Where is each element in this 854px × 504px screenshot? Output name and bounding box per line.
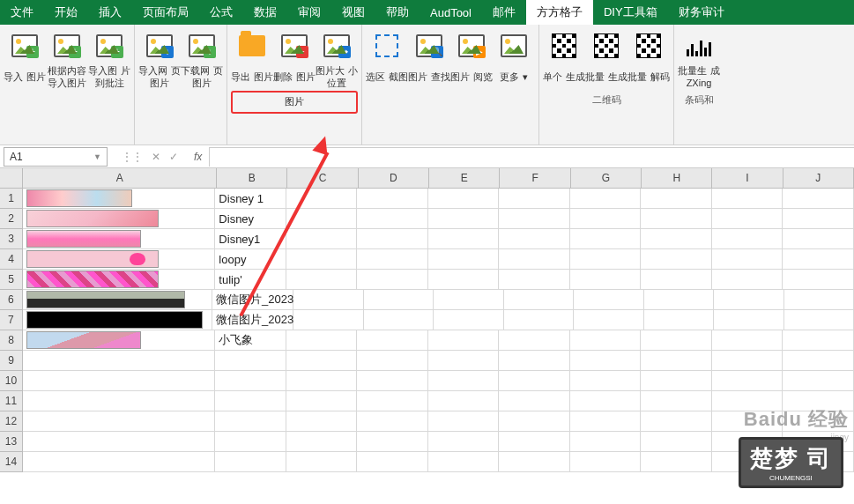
cell-H8[interactable] xyxy=(641,330,712,351)
cell-F5[interactable] xyxy=(499,270,570,290)
select-all-corner[interactable] xyxy=(0,168,23,189)
tab-插入[interactable]: 插入 xyxy=(88,0,132,25)
cell-C5[interactable] xyxy=(286,270,358,290)
cell-image[interactable] xyxy=(26,291,185,308)
ribbon-btn-图片大小位置[interactable]: ⬌图片大 小位置 xyxy=(316,28,358,91)
cell-E6[interactable] xyxy=(434,290,504,310)
cell-C14[interactable] xyxy=(286,452,358,472)
cell-C11[interactable] xyxy=(286,391,358,411)
cell-F11[interactable] xyxy=(499,391,570,411)
cell-G3[interactable] xyxy=(570,229,642,249)
cell-J9[interactable] xyxy=(783,351,854,371)
cell-B3[interactable]: Disney1 xyxy=(215,229,286,249)
cell-G12[interactable] xyxy=(570,411,642,432)
ribbon-btn-导入图片到批注[interactable]: +导入图 片到批注 xyxy=(88,28,130,91)
cell-A3[interactable] xyxy=(23,229,215,249)
cell-E7[interactable] xyxy=(434,310,504,330)
row-header-2[interactable]: 2 xyxy=(0,209,23,229)
ribbon-btn-批量生成ZXing[interactable]: 批量生 成 ZXing xyxy=(678,28,720,91)
cell-G13[interactable] xyxy=(570,432,642,452)
ribbon-btn-选区截图[interactable]: 选区 截图 xyxy=(366,28,408,91)
cell-D8[interactable] xyxy=(357,330,428,351)
cell-image[interactable] xyxy=(26,311,203,329)
chevron-down-icon[interactable]: ▼ xyxy=(93,152,101,161)
cell-H12[interactable] xyxy=(641,411,712,432)
col-header-F[interactable]: F xyxy=(500,168,570,189)
cell-image[interactable] xyxy=(26,210,159,227)
cell-D5[interactable] xyxy=(357,270,428,290)
cell-D1[interactable] xyxy=(357,189,428,209)
tab-页面布局[interactable]: 页面布局 xyxy=(132,0,199,25)
tab-帮助[interactable]: 帮助 xyxy=(375,0,420,25)
cell-B11[interactable] xyxy=(215,391,286,411)
cell-J3[interactable] xyxy=(783,229,854,249)
cell-J1[interactable] xyxy=(783,189,854,209)
cell-C2[interactable] xyxy=(286,209,358,229)
cell-A8[interactable] xyxy=(23,330,215,351)
cell-I2[interactable] xyxy=(712,209,783,229)
cell-A1[interactable] xyxy=(23,189,215,209)
cell-A9[interactable] xyxy=(23,351,215,371)
row-header-12[interactable]: 12 xyxy=(0,411,23,432)
cell-H5[interactable] xyxy=(641,270,712,290)
cell-A2[interactable] xyxy=(23,209,215,229)
cell-B10[interactable] xyxy=(215,371,286,391)
cell-C8[interactable] xyxy=(286,330,358,351)
cell-E14[interactable] xyxy=(428,452,500,472)
cell-D2[interactable] xyxy=(357,209,428,229)
tab-DIY工具箱[interactable]: DIY工具箱 xyxy=(593,0,668,25)
cell-E12[interactable] xyxy=(428,411,500,432)
cell-A14[interactable] xyxy=(23,452,215,472)
cell-B12[interactable] xyxy=(215,411,286,432)
cell-J4[interactable] xyxy=(783,249,854,270)
cell-A12[interactable] xyxy=(23,411,215,432)
cell-F2[interactable] xyxy=(499,209,570,229)
sort-icon[interactable]: ⋮⋮ xyxy=(122,151,143,163)
cell-J5[interactable] xyxy=(783,270,854,290)
cell-A13[interactable] xyxy=(23,432,215,452)
cell-E1[interactable] xyxy=(428,189,500,209)
cell-F10[interactable] xyxy=(499,371,570,391)
fx-icon[interactable]: fx xyxy=(194,151,202,163)
tab-邮件[interactable]: 邮件 xyxy=(482,0,526,25)
cell-I4[interactable] xyxy=(712,249,783,270)
col-header-G[interactable]: G xyxy=(571,168,642,189)
cell-image[interactable] xyxy=(26,331,141,349)
cell-image[interactable] xyxy=(26,189,132,207)
cell-F13[interactable] xyxy=(499,432,570,452)
cell-E3[interactable] xyxy=(428,229,500,249)
tab-公式[interactable]: 公式 xyxy=(199,0,243,25)
cell-D12[interactable] xyxy=(357,411,428,432)
col-header-J[interactable]: J xyxy=(783,168,854,189)
row-header-11[interactable]: 11 xyxy=(0,391,23,411)
cell-B6[interactable]: 微信图片_20230426200650 xyxy=(212,290,293,310)
col-header-E[interactable]: E xyxy=(429,168,500,189)
cell-F8[interactable] xyxy=(499,330,570,351)
cell-I5[interactable] xyxy=(712,270,783,290)
cell-D10[interactable] xyxy=(357,371,428,391)
cell-G4[interactable] xyxy=(570,249,642,270)
ribbon-btn-批量生成[interactable]: 批量 生成 xyxy=(585,28,628,91)
ribbon-btn-单个生成[interactable]: 单个 生成 xyxy=(543,28,585,91)
cell-B9[interactable] xyxy=(215,351,286,371)
cell-J6[interactable] xyxy=(784,290,854,310)
cell-G1[interactable] xyxy=(570,189,642,209)
cell-H2[interactable] xyxy=(641,209,712,229)
tab-方方格子[interactable]: 方方格子 xyxy=(526,0,593,25)
col-header-H[interactable]: H xyxy=(642,168,712,189)
cell-H1[interactable] xyxy=(641,189,712,209)
cell-D3[interactable] xyxy=(357,229,428,249)
cell-J7[interactable] xyxy=(784,310,854,330)
cell-G5[interactable] xyxy=(570,270,642,290)
cell-C13[interactable] xyxy=(286,432,358,452)
ribbon-btn-下载网页图片[interactable]: ↓下载网 页图片 xyxy=(181,28,223,91)
ribbon-btn-批量解码[interactable]: 批量 解码 xyxy=(628,28,670,91)
cell-J2[interactable] xyxy=(783,209,854,229)
name-box[interactable]: A1 ▼ xyxy=(4,147,108,167)
cell-G6[interactable] xyxy=(574,290,644,310)
cell-I3[interactable] xyxy=(712,229,783,249)
cell-H11[interactable] xyxy=(641,391,712,411)
tab-AudTool[interactable]: AudTool xyxy=(420,0,482,25)
cell-I6[interactable] xyxy=(714,290,784,310)
cell-A11[interactable] xyxy=(23,391,215,411)
